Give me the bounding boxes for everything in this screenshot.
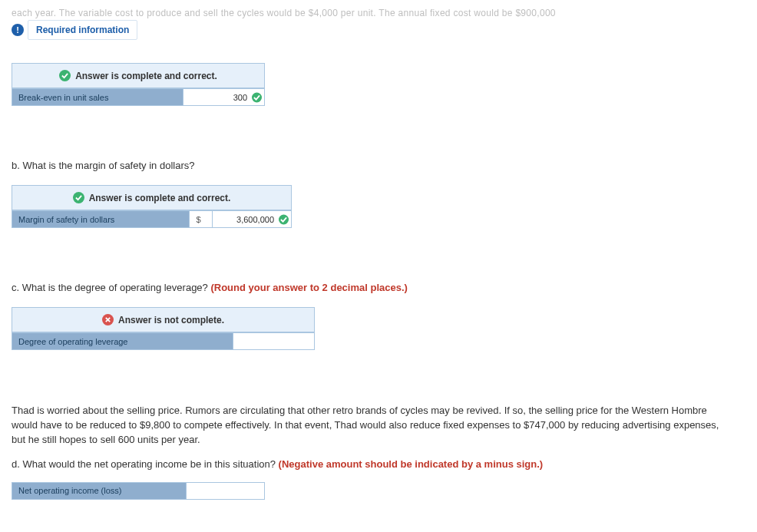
status-text: Answer is complete and correct.: [75, 71, 217, 81]
status-complete-correct: Answer is complete and correct.: [12, 63, 265, 88]
check-icon: [279, 214, 289, 224]
answer-table-c: Degree of operating leverage: [12, 332, 315, 350]
net-operating-income-input[interactable]: [186, 482, 264, 499]
operating-leverage-label: Degree of operating leverage: [12, 333, 233, 350]
required-info-label[interactable]: Required information: [28, 20, 137, 40]
margin-safety-label: Margin of safety in dollars: [12, 211, 190, 228]
check-icon: [252, 92, 262, 102]
cross-icon: [102, 314, 114, 325]
status-complete-correct: Answer is complete and correct.: [12, 185, 292, 210]
answer-table-b: Margin of safety in dollars $ 3,600,000: [12, 210, 292, 228]
currency-symbol: $: [190, 211, 213, 228]
question-b: b. What is the margin of safety in dolla…: [12, 160, 745, 171]
required-info-row: ! Required information: [12, 20, 745, 40]
question-c: c. What is the degree of operating lever…: [12, 282, 745, 293]
margin-safety-value[interactable]: 3,600,000: [213, 211, 292, 228]
break-even-value[interactable]: 300: [183, 89, 265, 106]
answer-table-d: Net operating income (loss): [12, 482, 265, 500]
check-icon: [59, 70, 71, 81]
status-text: Answer is complete and correct.: [89, 193, 231, 203]
check-icon: [73, 192, 84, 203]
context-text: each year. The variable cost to produce …: [12, 8, 745, 18]
status-text: Answer is not complete.: [118, 315, 224, 325]
answer-table-a: Break-even in unit sales 300: [12, 88, 265, 106]
question-d: d. What would the net operating income b…: [12, 458, 745, 470]
operating-leverage-input[interactable]: [233, 333, 315, 350]
scenario-paragraph: Thad is worried about the selling price.…: [12, 404, 733, 448]
net-operating-income-label: Net operating income (loss): [12, 482, 187, 499]
status-not-complete: Answer is not complete.: [12, 307, 315, 332]
info-icon: !: [12, 24, 24, 36]
break-even-label: Break-even in unit sales: [12, 89, 183, 106]
